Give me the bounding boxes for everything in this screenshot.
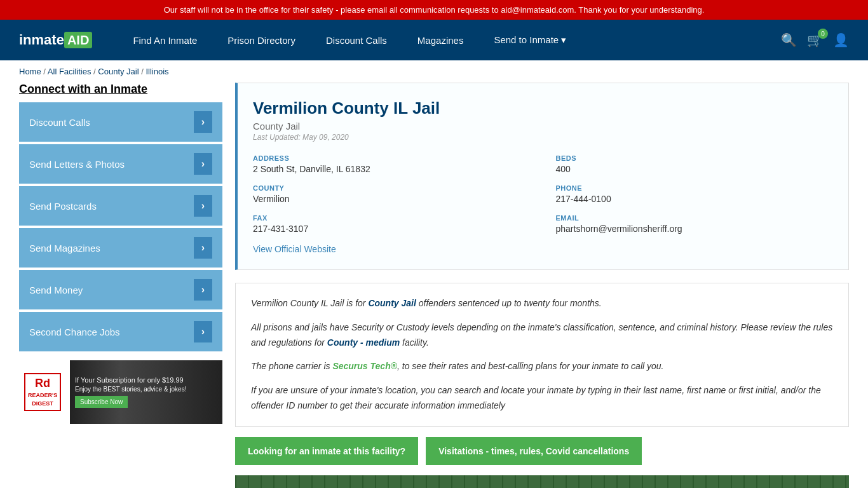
breadcrumb: Home / All Facilities / County Jail / Il… [0,60,868,83]
breadcrumb-illinois[interactable]: Illinois [146,67,168,76]
facility-address-label: ADDRESS [253,154,531,162]
sidebar-btn-postcards-label: Send Postcards [29,201,97,212]
sidebar-btn-letters[interactable]: Send Letters & Photos › [19,144,222,184]
nav-prison-directory[interactable]: Prison Directory [212,20,311,60]
sidebar-btn-discount-calls-label: Discount Calls [29,117,90,128]
sidebar-ad-subheadline: Enjoy the BEST stories, advice & jokes! [75,386,186,393]
nav-links: Find An Inmate Prison Directory Discount… [118,20,781,60]
sidebar-btn-money-arrow: › [194,279,212,301]
facility-updated: Last Updated: May 09, 2020 [253,133,833,142]
facility-email-field: EMAIL phartshorn@vermilionsheriff.org [556,214,834,234]
sidebar-btn-jobs-arrow: › [194,321,212,342]
sidebar-ad-headline: If Your Subscription for only $19.99 [75,376,186,384]
facility-fax-label: FAX [253,214,531,222]
desc-securus-link[interactable]: Securus Tech® [332,361,397,371]
facility-address-value: 2 South St, Danville, IL 61832 [253,164,531,174]
breadcrumb-all-facilities[interactable]: All Facilities [48,67,92,76]
sidebar-btn-jobs[interactable]: Second Chance Jobs › [19,312,222,351]
nav-icons: 🔍 🛒 0 👤 [781,32,849,48]
sidebar-btn-discount-calls[interactable]: Discount Calls › [19,102,222,142]
sidebar-ad-logo-line1: READER'S [28,392,57,398]
facility-card: Vermilion County IL Jail County Jail Las… [235,83,849,270]
cart-badge: 0 [818,29,828,39]
cart-icon[interactable]: 🛒 0 [807,32,823,48]
sidebar-btn-letters-arrow: › [194,153,212,175]
sidebar-btn-postcards[interactable]: Send Postcards › [19,186,222,226]
sidebar: Connect with an Inmate Discount Calls › … [19,83,222,488]
sidebar-btn-magazines-arrow: › [194,237,212,259]
sidebar-btn-magazines-label: Send Magazines [29,243,100,254]
sidebar-ad: Rd READER'S DIGEST If Your Subscription … [19,360,222,424]
sidebar-btn-jobs-label: Second Chance Jobs [29,327,120,337]
sidebar-ad-logo-box: Rd READER'S DIGEST [19,360,70,424]
sidebar-ad-text: If Your Subscription for only $19.99 Enj… [70,372,191,412]
visitations-btn[interactable]: Visitations - times, rules, Covid cancel… [426,437,642,465]
nav-magazines[interactable]: Magazines [402,20,479,60]
search-icon[interactable]: 🔍 [781,32,797,48]
facility-beds-label: BEDS [556,154,834,162]
facility-county-label: COUNTY [253,184,531,192]
logo[interactable]: inmateAID [19,32,92,48]
logo-aid: AID [64,32,92,48]
alert-text: Our staff will not be in the office for … [164,5,705,15]
nav-discount-calls[interactable]: Discount Calls [311,20,402,60]
desc-para-2: All prisons and jails have Security or C… [251,320,833,351]
sidebar-btn-magazines[interactable]: Send Magazines › [19,228,222,268]
facility-image-strip [235,475,849,488]
nav-find-inmate[interactable]: Find An Inmate [118,20,212,60]
desc-para-3: The phone carrier is Securus Tech®, to s… [251,359,833,374]
facility-grid: ADDRESS 2 South St, Danville, IL 61832 B… [253,154,833,234]
facility-phone-label: PHONE [556,184,834,192]
desc-county-jail-link[interactable]: County Jail [368,298,416,308]
sidebar-ad-logo: Rd READER'S DIGEST [24,373,61,411]
alert-bar: Our staff will not be in the office for … [0,0,868,20]
facility-type: County Jail [253,121,833,132]
nav-send-to-inmate[interactable]: Send to Inmate ▾ [478,20,581,60]
user-icon[interactable]: 👤 [833,32,849,48]
facility-fax-field: FAX 217-431-3107 [253,214,531,234]
sidebar-btn-money-label: Send Money [29,285,83,295]
facility-email-label: EMAIL [556,214,834,222]
facility-county-value: Vermilion [253,194,531,204]
sidebar-ad-subscribe-button[interactable]: Subscribe Now [75,396,128,408]
facility-name: Vermilion County IL Jail [253,98,833,118]
sidebar-btn-letters-label: Send Letters & Photos [29,159,125,170]
facility-email-value: phartshorn@vermilionsheriff.org [556,224,834,234]
action-buttons: Looking for an inmate at this facility? … [235,437,849,465]
desc-county-medium-link[interactable]: County - medium [327,337,400,348]
facility-beds-value: 400 [556,164,834,174]
find-inmate-btn[interactable]: Looking for an inmate at this facility? [235,437,418,465]
facility-beds-field: BEDS 400 [556,154,834,174]
sidebar-ad-logo-line2: DIGEST [32,400,53,407]
facility-content: Vermilion County IL Jail County Jail Las… [235,83,849,488]
breadcrumb-county-jail[interactable]: County Jail [98,67,139,76]
main-content: Connect with an Inmate Discount Calls › … [0,83,868,488]
facility-image-strip-inner [235,475,849,488]
facility-address-field: ADDRESS 2 South St, Danville, IL 61832 [253,154,531,174]
desc-para-4: If you are unsure of your inmate's locat… [251,383,833,414]
sidebar-btn-discount-calls-arrow: › [194,111,212,133]
facility-description: Vermilion County IL Jail is for County J… [235,283,849,427]
logo-inmate: inmateAID [19,32,92,48]
facility-website-link[interactable]: View Official Website [253,244,336,254]
facility-phone-field: PHONE 217-444-0100 [556,184,834,204]
sidebar-btn-money[interactable]: Send Money › [19,270,222,309]
facility-fax-value: 217-431-3107 [253,224,531,234]
breadcrumb-home[interactable]: Home [19,67,41,76]
sidebar-btn-postcards-arrow: › [194,195,212,217]
facility-phone-value: 217-444-0100 [556,194,834,204]
sidebar-title: Connect with an Inmate [19,83,222,96]
desc-para-1: Vermilion County IL Jail is for County J… [251,296,833,311]
navbar: inmateAID Find An Inmate Prison Director… [0,20,868,60]
facility-county-field: COUNTY Vermilion [253,184,531,204]
